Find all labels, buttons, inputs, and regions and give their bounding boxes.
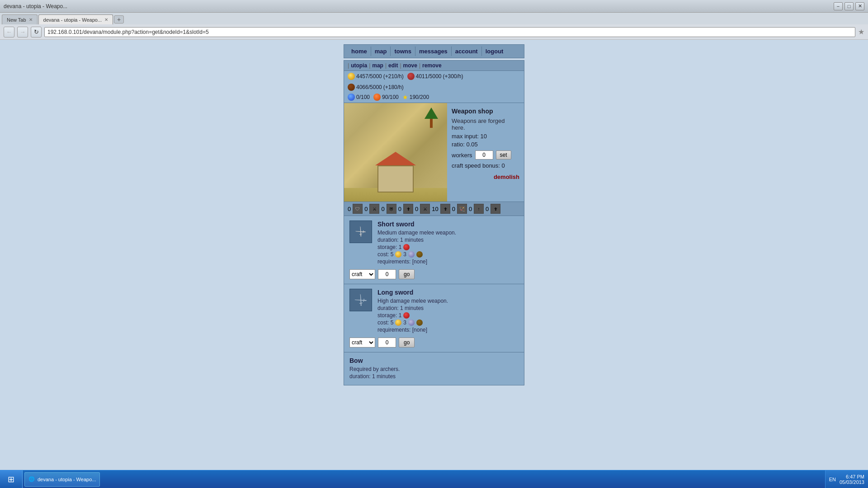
short-sword-go-button[interactable]: go [399,269,415,279]
long-sword-req: requirements: [none] [377,327,519,333]
address-bar[interactable] [44,27,855,37]
equip-count-8: 0 [486,206,489,212]
equip-sword1-icon: 🗡 [403,204,413,214]
short-sword-craft-row: craft cancel go [349,269,519,279]
new-tab-button[interactable]: + [114,15,124,23]
action-remove[interactable]: remove [422,62,442,69]
tree-top [425,108,438,119]
equip-sword2-icon: ⚔ [420,204,430,214]
workers-input[interactable] [475,150,493,160]
short-sword-image: ⚔ [349,221,372,243]
building-description: Weapons are forged here. [452,117,519,131]
tab-close-active-icon[interactable]: ✕ [104,17,108,22]
weapon-card-bow: Bow Required by archers. duration: 1 min… [344,352,524,385]
building-3d [377,165,414,192]
weapon-card-long-sword: ⚔ Long sword High damage melee weapon. d… [344,284,524,352]
max-input-row: max input: 10 [452,133,519,140]
nav-towns[interactable]: towns [391,47,415,56]
food-icon [407,73,415,80]
equip-helm-icon: ⛨ [387,204,396,214]
nav-bar: ← → ↻ ★ [0,24,868,40]
equip-count-5: 10 [432,206,438,212]
army-resource: 90/100 [373,94,399,101]
main-panel: | utopia | map | edit | move | remove 44… [344,60,524,385]
action-move[interactable]: move [403,62,417,69]
action-utopia[interactable]: utopia [351,62,367,69]
short-sword-req: requirements: [none] [377,258,519,265]
army-icon [373,94,381,101]
content-area: Weapon shop Weapons are forged here. max… [344,103,524,202]
tab-devana[interactable]: devana - utopia - Weapo... ✕ [38,14,113,24]
forward-button[interactable]: → [17,27,28,38]
nav-logout[interactable]: logout [482,47,507,56]
tab-newtab[interactable]: New Tab ✕ [2,14,38,24]
action-edit[interactable]: edit [388,62,398,69]
food-rate: (+300/h) [443,73,463,80]
cost-gold-icon [395,251,401,258]
pop-icon [348,94,355,101]
set-workers-button[interactable]: set [496,150,511,160]
weapon-body-short-sword: ⚔ Short sword Medium damage melee weapon… [349,221,519,266]
short-sword-craft-select[interactable]: craft cancel [349,269,375,279]
minimize-button[interactable]: − [834,2,843,10]
action-map[interactable]: map [372,62,383,69]
gold-icon [348,73,355,80]
maximize-button[interactable]: □ [844,2,854,10]
gold-rate: (+210/h) [383,73,404,80]
reload-button[interactable]: ↻ [31,27,42,38]
game-nav: home map towns messages account logout [344,44,524,58]
taskbar-item-browser[interactable]: 🌐 devana - utopia - Weapo... [24,472,100,487]
equip-count-0: 0 [348,206,351,212]
long-sword-go-button[interactable]: go [399,338,415,347]
tree-decoration [425,108,438,128]
close-button[interactable]: ✕ [855,2,864,10]
browser-titlebar: devana - utopia - Weapo... − □ ✕ [0,0,868,13]
demolish-link[interactable]: demolish [452,174,519,180]
tab-close-icon[interactable]: ✕ [29,17,33,22]
building-name: Weapon shop [452,108,519,115]
nav-map[interactable]: map [371,47,391,56]
craft-speed-row: craft speed bonus: 0 [452,162,519,169]
gold-resource: 4457/5000 (+210/h) [348,73,404,80]
wood-resource: 4066/5000 (+180/h) [348,84,404,91]
equip-bow-icon: 🏹 [457,204,467,214]
resource-bar-2: 0/100 90/100 ★ 190/200 [344,93,524,103]
equip-count-1: 0 [364,206,368,212]
long-sword-craft-select[interactable]: craft cancel [349,338,375,347]
bookmark-star-icon[interactable]: ★ [858,28,864,36]
nav-home[interactable]: home [348,47,371,56]
short-sword-quantity-input[interactable] [378,269,396,279]
long-sword-storage: storage: 1 [377,312,519,319]
tab-label: New Tab [7,17,26,23]
star-resource: ★ 190/200 [402,94,429,101]
start-button[interactable]: ⊞ [0,470,23,488]
building-body [377,165,414,192]
windows-logo-icon: ⊞ [8,474,14,484]
equip-count-3: 0 [398,206,401,212]
building-info-panel: Weapon shop Weapons are forged here. max… [447,103,524,202]
equip-count-4: 0 [415,206,418,212]
equip-dagger-icon: 🗡 [491,204,500,214]
short-sword-icon: ⚔ [353,224,368,239]
back-button[interactable]: ← [4,27,14,38]
nav-account[interactable]: account [452,47,482,56]
equip-armor-icon: ⚔ [369,204,379,214]
wood-rate: (+180/h) [383,84,404,90]
long-sword-name: Long sword [377,289,519,296]
taskbar-item-label: devana - utopia - Weapo... [38,477,96,482]
browser-content: home map towns messages account logout |… [0,40,868,470]
building-roof [375,152,416,165]
army-value: 90/100 [382,94,399,100]
action-bar: | utopia | map | edit | move | remove [344,61,524,71]
equip-arrow-icon: ↑ [474,204,484,214]
weapon-card-short-sword: ⚔ Short sword Medium damage melee weapon… [344,216,524,284]
clock-time: 6:47 PM [840,474,864,479]
short-sword-duration: duration: 1 minutes [377,237,519,243]
long-sword-duration: duration: 1 minutes [377,305,519,311]
nav-messages[interactable]: messages [415,47,452,56]
short-sword-name: Short sword [377,221,519,228]
long-sword-quantity-input[interactable] [378,338,396,347]
workers-row: workers set [452,150,519,160]
tree-trunk [430,119,433,128]
bow-desc: Required by archers. [349,366,519,372]
